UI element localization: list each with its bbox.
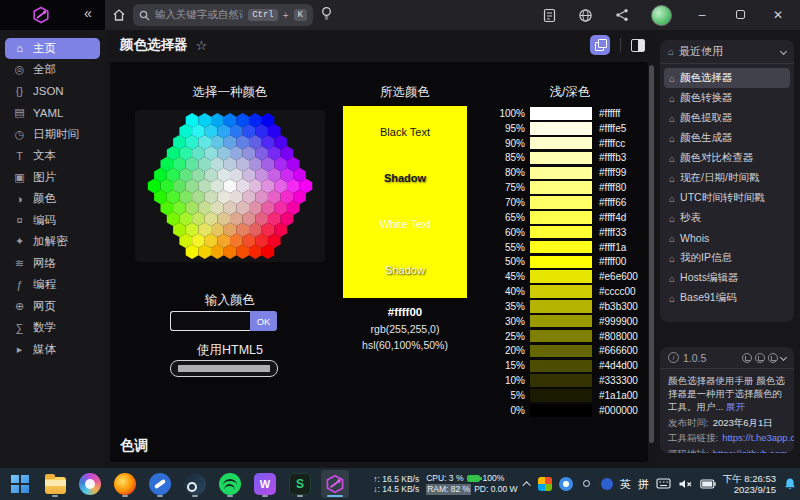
shade-row[interactable]: 25%#808000 bbox=[488, 329, 646, 344]
sidebar-item-image[interactable]: ▣图片 bbox=[5, 167, 100, 188]
shade-swatch[interactable] bbox=[530, 167, 592, 180]
shade-swatch[interactable] bbox=[530, 226, 592, 239]
recent-header[interactable]: ⌂ 最近使用 bbox=[660, 40, 794, 64]
recent-item[interactable]: ⌂Base91编码 bbox=[664, 288, 790, 308]
recent-item[interactable]: ⌂秒表 bbox=[664, 208, 790, 228]
shade-row[interactable]: 100%#ffffff bbox=[488, 106, 646, 121]
notification-bell-icon[interactable] bbox=[783, 477, 797, 491]
shade-row[interactable]: 85%#ffffb3 bbox=[488, 151, 646, 166]
touch-keyboard-icon[interactable] bbox=[656, 478, 671, 490]
taskbar-steam-icon[interactable] bbox=[181, 470, 209, 498]
shade-row[interactable]: 65%#ffff4d bbox=[488, 210, 646, 225]
taskbar-start-icon[interactable] bbox=[6, 470, 34, 498]
shade-swatch[interactable] bbox=[530, 300, 592, 313]
shade-swatch[interactable] bbox=[530, 241, 592, 254]
tray-app-icon[interactable] bbox=[559, 477, 573, 491]
taskbar-spotify-icon[interactable] bbox=[216, 470, 244, 498]
sidebar-item-text[interactable]: T文本 bbox=[5, 146, 100, 167]
snippet-badge-icon[interactable] bbox=[590, 35, 610, 55]
sidebar-item-crypto[interactable]: ✦加解密 bbox=[5, 232, 100, 253]
shade-row[interactable]: 70%#ffff66 bbox=[488, 195, 646, 210]
shade-swatch[interactable] bbox=[530, 285, 592, 298]
network-speed[interactable]: ↑: 16.5 KB/s ↓: 14.5 KB/s bbox=[373, 474, 419, 495]
shade-row[interactable]: 90%#ffffcc bbox=[488, 136, 646, 151]
shade-swatch[interactable] bbox=[530, 345, 592, 358]
hex-color-picker[interactable] bbox=[135, 110, 325, 262]
shade-row[interactable]: 30%#999900 bbox=[488, 314, 646, 329]
language-globe-icon[interactable] bbox=[578, 8, 593, 23]
shade-row[interactable]: 40%#cccc00 bbox=[488, 284, 646, 299]
collapse-sidebar-button[interactable]: « bbox=[84, 5, 92, 21]
recent-item[interactable]: ⌂颜色转换器 bbox=[664, 88, 790, 108]
recent-item[interactable]: ⌂Whois bbox=[664, 228, 790, 248]
html5-color-button[interactable] bbox=[170, 360, 278, 377]
shade-swatch[interactable] bbox=[530, 152, 592, 165]
version-row-link[interactable]: https://t.he3app.co.. bbox=[722, 431, 794, 444]
tray-app-icon[interactable] bbox=[601, 478, 613, 490]
shade-swatch[interactable] bbox=[530, 315, 592, 328]
shade-swatch[interactable] bbox=[530, 374, 592, 387]
taskbar-blue-icon[interactable] bbox=[146, 470, 174, 498]
shade-row[interactable]: 5%#1a1a00 bbox=[488, 388, 646, 403]
maximize-button[interactable] bbox=[732, 8, 748, 22]
shade-row[interactable]: 50%#ffff00 bbox=[488, 254, 646, 269]
shade-row[interactable]: 0%#000000 bbox=[488, 403, 646, 418]
shade-row[interactable]: 45%#e6e600 bbox=[488, 269, 646, 284]
globe-icon[interactable] bbox=[755, 353, 765, 363]
shade-swatch[interactable] bbox=[530, 270, 592, 283]
sidebar-item-yaml[interactable]: ▤YAML bbox=[5, 103, 100, 124]
sidebar-item-json[interactable]: {}JSON bbox=[5, 81, 100, 102]
sidebar-item-datetime[interactable]: ◷日期时间 bbox=[5, 124, 100, 145]
shade-swatch[interactable] bbox=[530, 256, 592, 269]
shade-swatch[interactable] bbox=[530, 196, 592, 209]
hidden-icons-chevron[interactable] bbox=[522, 481, 530, 489]
ime-language-indicator[interactable]: 英 bbox=[620, 477, 631, 492]
github-icon[interactable] bbox=[768, 353, 778, 363]
taskbar-wapp-icon[interactable]: W bbox=[251, 470, 279, 498]
search-input[interactable]: 输入关键字或自然语言进... Ctrl + K bbox=[133, 4, 313, 26]
shade-row[interactable]: 35%#b3b300 bbox=[488, 299, 646, 314]
close-button[interactable]: ✕ bbox=[770, 8, 786, 22]
recent-item[interactable]: ⌂颜色选择器 bbox=[664, 68, 790, 88]
sidebar-item-math[interactable]: ∑数学 bbox=[5, 318, 100, 339]
chevron-down-icon[interactable] bbox=[780, 48, 787, 55]
scrollbar-thumb[interactable] bbox=[649, 65, 654, 443]
home-icon[interactable] bbox=[110, 6, 128, 24]
shade-row[interactable]: 80%#ffff99 bbox=[488, 165, 646, 180]
sidebar-item-all[interactable]: ◎全部 bbox=[5, 60, 100, 81]
shade-row[interactable]: 20%#666600 bbox=[488, 344, 646, 359]
shade-swatch[interactable] bbox=[530, 330, 592, 343]
ok-button[interactable]: OK bbox=[250, 311, 277, 331]
battery-icon[interactable] bbox=[700, 479, 716, 489]
shade-swatch[interactable] bbox=[530, 404, 592, 417]
recent-item[interactable]: ⌂颜色生成器 bbox=[664, 128, 790, 148]
shade-row[interactable]: 10%#333300 bbox=[488, 373, 646, 388]
volume-muted-icon[interactable] bbox=[678, 478, 693, 490]
recent-item[interactable]: ⌂我的IP信息 bbox=[664, 248, 790, 268]
expand-link[interactable]: 展开 bbox=[726, 401, 745, 412]
sidebar-item-media[interactable]: ▸媒体 bbox=[5, 339, 100, 360]
shade-swatch[interactable] bbox=[530, 360, 592, 373]
taskbar-copilot-icon[interactable] bbox=[76, 470, 104, 498]
taskbar-explorer-icon[interactable] bbox=[41, 470, 69, 498]
sidebar-item-web[interactable]: ⊕网页 bbox=[5, 296, 100, 317]
shade-swatch[interactable] bbox=[530, 122, 592, 135]
shade-swatch[interactable] bbox=[530, 389, 592, 402]
sidebar-item-encode[interactable]: ¤编码 bbox=[5, 210, 100, 231]
recent-item[interactable]: ⌂UTC时间转时间戳 bbox=[664, 188, 790, 208]
shade-swatch[interactable] bbox=[530, 107, 592, 120]
history-icon[interactable] bbox=[742, 353, 752, 363]
shade-row[interactable]: 55%#ffff1a bbox=[488, 240, 646, 255]
shade-swatch[interactable] bbox=[530, 211, 592, 224]
panel-toggle-icon[interactable] bbox=[631, 39, 645, 52]
shade-row[interactable]: 95%#ffffe5 bbox=[488, 121, 646, 136]
sidebar-item-network[interactable]: ≋网络 bbox=[5, 253, 100, 274]
taskbar-firefox-icon[interactable] bbox=[111, 470, 139, 498]
sidebar-item-home[interactable]: ⌂主页 bbox=[5, 38, 100, 59]
recent-item[interactable]: ⌂颜色对比检查器 bbox=[664, 148, 790, 168]
sidebar-item-code[interactable]: ƒ编程 bbox=[5, 275, 100, 296]
lightbulb-icon[interactable] bbox=[320, 6, 333, 21]
minimize-button[interactable]: – bbox=[694, 8, 710, 22]
user-avatar[interactable] bbox=[651, 5, 672, 26]
recent-item[interactable]: ⌂Hosts编辑器 bbox=[664, 268, 790, 288]
